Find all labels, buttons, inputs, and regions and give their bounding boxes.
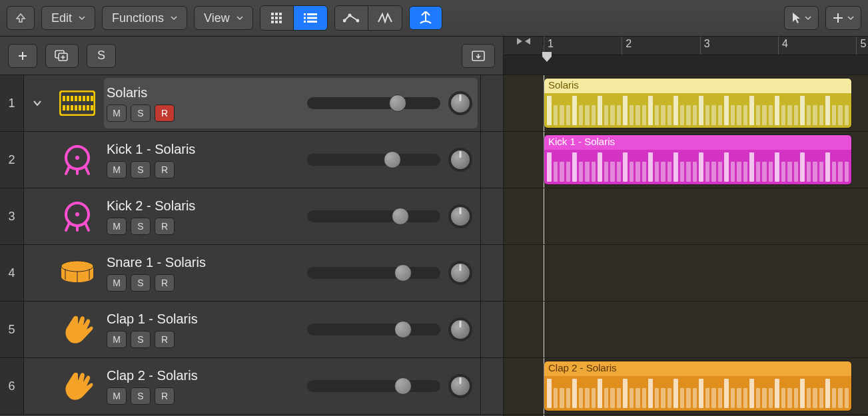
volume-slider[interactable] bbox=[307, 267, 440, 279]
arrange-row[interactable] bbox=[504, 245, 868, 302]
automation-points-button[interactable] bbox=[335, 6, 368, 30]
mute-button[interactable]: M bbox=[107, 387, 127, 405]
volume-slider[interactable] bbox=[307, 210, 440, 222]
timeline-ruler[interactable]: 12345 bbox=[504, 37, 868, 75]
view-menu-label: View bbox=[204, 11, 230, 25]
automation-column[interactable] bbox=[480, 245, 503, 301]
pan-knob[interactable] bbox=[448, 148, 472, 172]
functions-menu[interactable]: Functions bbox=[102, 6, 187, 30]
volume-thumb[interactable] bbox=[389, 95, 406, 112]
track-title: Clap 2 - Solaris bbox=[107, 368, 277, 383]
record-button[interactable]: R bbox=[155, 331, 175, 348]
track-disclosure[interactable] bbox=[24, 302, 51, 357]
alt-tool-menu[interactable] bbox=[825, 6, 861, 30]
volume-slider[interactable] bbox=[307, 154, 440, 166]
automation-column[interactable] bbox=[480, 188, 503, 244]
grid-view-button[interactable] bbox=[260, 6, 294, 30]
volume-thumb[interactable] bbox=[392, 208, 409, 225]
catch-playhead-button[interactable] bbox=[409, 6, 442, 30]
volume-thumb[interactable] bbox=[394, 377, 412, 395]
record-button[interactable]: R bbox=[155, 387, 175, 405]
track-disclosure[interactable] bbox=[24, 75, 51, 131]
playhead-icon bbox=[541, 51, 553, 63]
region[interactable]: Solaris bbox=[544, 78, 852, 128]
record-button[interactable]: R bbox=[155, 104, 175, 122]
track-row[interactable]: 2 Kick 1 - Solaris M S R bbox=[0, 132, 503, 188]
add-track-button[interactable] bbox=[8, 44, 37, 68]
record-button[interactable]: R bbox=[155, 218, 175, 235]
track-disclosure[interactable] bbox=[24, 188, 51, 244]
hide-tracks-button[interactable] bbox=[462, 44, 495, 68]
solo-button[interactable]: S bbox=[131, 387, 151, 405]
mute-button[interactable]: M bbox=[107, 104, 127, 122]
edit-menu[interactable]: Edit bbox=[41, 6, 95, 30]
volume-slider[interactable] bbox=[307, 323, 440, 335]
flex-icon bbox=[377, 13, 393, 23]
svg-rect-33 bbox=[75, 105, 77, 110]
svg-point-39 bbox=[75, 156, 79, 160]
automation-column[interactable] bbox=[480, 132, 503, 188]
playhead-marker[interactable] bbox=[541, 51, 553, 66]
pointer-tool-menu[interactable] bbox=[784, 6, 819, 30]
arrange-row[interactable]: Solaris bbox=[504, 75, 868, 132]
mute-button[interactable]: M bbox=[107, 218, 127, 235]
mute-button[interactable]: M bbox=[107, 161, 127, 178]
mute-button[interactable]: M bbox=[107, 274, 127, 292]
track-number: 2 bbox=[0, 132, 24, 188]
solo-button[interactable]: S bbox=[131, 218, 151, 235]
flex-button[interactable] bbox=[368, 6, 402, 30]
arrange-row[interactable] bbox=[504, 188, 868, 245]
svg-rect-12 bbox=[307, 17, 317, 19]
solo-button[interactable]: S bbox=[131, 161, 151, 178]
pan-knob[interactable] bbox=[448, 261, 472, 285]
global-solo-button[interactable]: S bbox=[87, 44, 116, 68]
svg-rect-3 bbox=[271, 17, 274, 19]
region[interactable]: Clap 2 - Solaris bbox=[544, 361, 852, 411]
arrange-row[interactable]: Kick 1 - Solaris bbox=[504, 132, 868, 188]
mute-button[interactable]: M bbox=[107, 331, 127, 348]
solo-button[interactable]: S bbox=[131, 104, 151, 122]
volume-thumb[interactable] bbox=[394, 264, 412, 282]
pan-knob[interactable] bbox=[448, 204, 472, 228]
track-row[interactable]: 5 Clap 1 - Solaris M S R bbox=[0, 302, 503, 358]
pan-knob[interactable] bbox=[448, 91, 472, 115]
list-view-button[interactable] bbox=[294, 6, 327, 30]
track-title: Clap 1 - Solaris bbox=[107, 312, 277, 327]
automation-column[interactable] bbox=[480, 302, 503, 357]
track-disclosure[interactable] bbox=[24, 358, 51, 414]
track-row[interactable]: 1 Solaris M S R bbox=[0, 75, 503, 132]
track-disclosure[interactable] bbox=[24, 132, 51, 188]
view-menu[interactable]: View bbox=[194, 6, 253, 30]
track-icon bbox=[51, 358, 104, 414]
svg-rect-22 bbox=[63, 96, 65, 101]
track-row[interactable]: 3 Kick 2 - Solaris M S R bbox=[0, 188, 503, 245]
back-up-button[interactable] bbox=[7, 6, 35, 30]
volume-slider[interactable] bbox=[307, 380, 440, 392]
automation-column[interactable] bbox=[480, 358, 503, 414]
track-icon bbox=[51, 75, 104, 131]
arrange-row[interactable] bbox=[504, 302, 868, 358]
track-disclosure[interactable] bbox=[24, 245, 51, 301]
track-title: Kick 2 - Solaris bbox=[107, 198, 277, 214]
svg-rect-29 bbox=[91, 96, 93, 101]
volume-thumb[interactable] bbox=[394, 321, 412, 338]
svg-rect-31 bbox=[67, 105, 69, 110]
volume-thumb[interactable] bbox=[384, 151, 401, 168]
cycle-triangles-icon bbox=[516, 37, 532, 46]
arrange-area[interactable]: SolarisKick 1 - SolarisClap 2 - Solaris bbox=[504, 75, 868, 416]
duplicate-track-button[interactable] bbox=[45, 44, 79, 68]
solo-button[interactable]: S bbox=[131, 331, 151, 348]
pan-knob[interactable] bbox=[448, 317, 472, 341]
track-number: 1 bbox=[0, 75, 24, 131]
solo-button[interactable]: S bbox=[131, 274, 151, 292]
pan-knob[interactable] bbox=[448, 374, 472, 398]
track-row[interactable]: 6 Clap 2 - Solaris M S R bbox=[0, 358, 503, 415]
volume-slider[interactable] bbox=[307, 97, 440, 109]
record-button[interactable]: R bbox=[155, 274, 175, 292]
region[interactable]: Kick 1 - Solaris bbox=[544, 134, 852, 185]
duplicate-icon bbox=[55, 50, 69, 62]
arrange-row[interactable]: Clap 2 - Solaris bbox=[504, 358, 868, 415]
track-row[interactable]: 4 Snare 1 - Solaris M S R bbox=[0, 245, 503, 302]
automation-column[interactable] bbox=[480, 75, 503, 131]
record-button[interactable]: R bbox=[155, 161, 175, 178]
